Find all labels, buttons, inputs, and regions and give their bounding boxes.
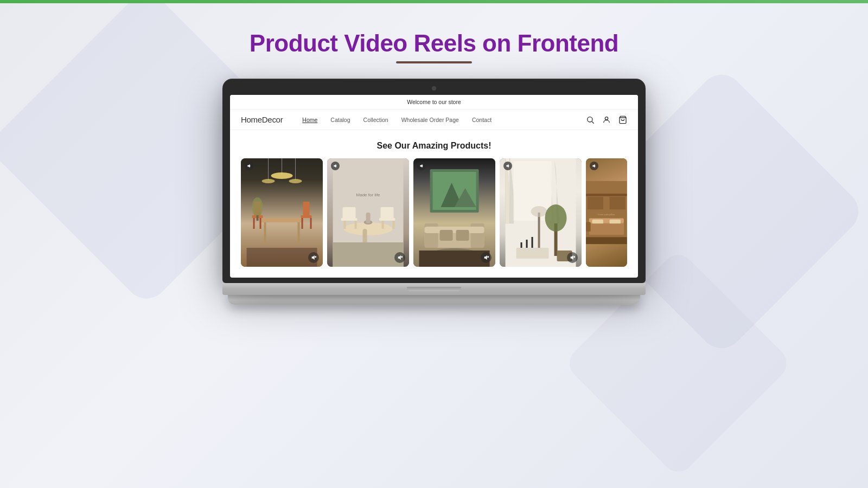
reel-card-4[interactable] [500,158,582,267]
hero-title: See Our Amazing Products! [241,141,627,151]
laptop-base [222,283,646,295]
svg-rect-23 [257,215,259,221]
title-underline [396,61,472,63]
svg-rect-36 [393,221,395,229]
laptop-hinge [407,287,461,291]
svg-rect-34 [381,207,394,220]
svg-rect-51 [440,230,453,241]
svg-rect-83 [586,237,627,244]
svg-rect-52 [456,230,469,241]
svg-point-2 [605,117,608,119]
svg-rect-74 [586,194,627,196]
svg-point-65 [545,204,567,232]
svg-rect-21 [247,248,317,267]
nav-link-catalog[interactable]: Catalog [330,117,350,123]
laptop-bottom [228,295,640,305]
svg-point-22 [252,197,263,217]
reel-4-interior [500,158,582,267]
nav-link-home[interactable]: Home [302,117,317,123]
laptop-screen-outer: Welcome to our store HomeDecor Home Cata… [222,79,646,283]
svg-point-9 [289,179,302,183]
svg-rect-69 [516,248,549,259]
svg-rect-57 [419,251,490,267]
svg-rect-19 [302,218,303,229]
svg-rect-82 [586,222,591,231]
svg-rect-35 [382,221,384,229]
store-navbar: HomeDecor Home Catalog Collection Wholes… [230,110,638,130]
svg-rect-81 [589,223,624,234]
reel-2-interior: Made for life [327,158,409,267]
reel-card-2[interactable]: Made for life [327,158,409,267]
reel-card-1[interactable] [241,158,323,267]
svg-rect-79 [592,220,603,224]
page-content: Product Video Reels on Frontend Welcome … [0,0,868,488]
nav-link-collection[interactable]: Collection [363,117,388,123]
reel-1-interior [241,158,323,267]
svg-rect-15 [253,218,255,229]
search-icon[interactable] [586,115,595,124]
svg-rect-10 [260,218,304,222]
svg-rect-75 [588,197,603,209]
svg-rect-11 [264,222,266,244]
cart-icon[interactable] [618,115,627,124]
laptop-camera [432,86,436,91]
nav-icons [586,115,627,124]
svg-rect-30 [343,207,356,220]
laptop-screen: Welcome to our store HomeDecor Home Cata… [230,95,638,278]
svg-rect-38 [366,213,371,223]
svg-rect-31 [344,221,346,229]
svg-rect-80 [610,220,621,224]
reel-card-5[interactable]: Linen suite pillow [586,158,627,267]
reel-3-interior [413,158,495,267]
svg-point-5 [271,172,293,179]
svg-point-7 [262,179,275,183]
reel-2-volume-icon[interactable] [331,162,340,170]
svg-rect-39 [333,242,404,267]
svg-rect-12 [298,222,300,244]
account-icon[interactable] [602,115,611,124]
svg-line-1 [592,121,594,124]
svg-point-63 [531,206,547,217]
svg-rect-20 [310,218,312,229]
reel-1-volume-icon[interactable] [245,162,253,170]
laptop-mockup: Welcome to our store HomeDecor Home Cata… [222,79,646,305]
svg-rect-76 [610,197,626,209]
nav-link-contact[interactable]: Contact [472,117,492,123]
svg-rect-16 [260,218,261,229]
svg-rect-18 [303,202,310,218]
svg-point-0 [588,117,592,121]
reel-card-3[interactable] [413,158,495,267]
nav-link-wholesale[interactable]: Wholesale Order Page [401,117,459,123]
store-announcement-bar: Welcome to our store [230,95,638,110]
svg-rect-32 [355,221,357,229]
reel-1-mute-icon[interactable] [308,252,319,263]
svg-rect-50 [425,227,484,233]
svg-text:Made for life: Made for life [356,192,381,197]
store-hero: See Our Amazing Products! [230,130,638,158]
reels-grid: Made for life [230,158,638,278]
svg-text:Linen suite pillow: Linen suite pillow [598,213,615,216]
store-logo[interactable]: HomeDecor [241,115,283,124]
page-title: Product Video Reels on Frontend [250,30,618,57]
reel-5-interior: Linen suite pillow [586,158,627,267]
